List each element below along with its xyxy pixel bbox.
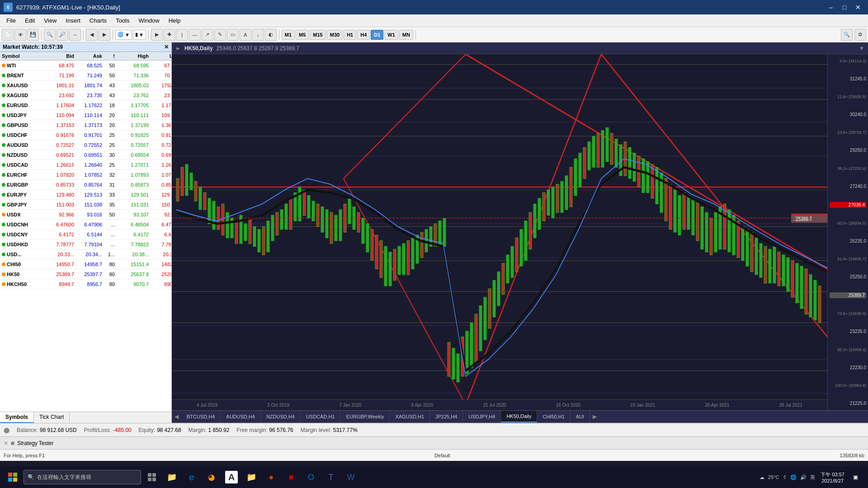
maximize-button[interactable]: □ <box>838 2 851 12</box>
menu-insert[interactable]: Insert <box>61 15 85 26</box>
strategy-close-icon[interactable]: ✕ <box>4 440 8 446</box>
market-watch-row[interactable]: HK50 25389.7 25397.7 80 25637.8 25287.9 <box>0 269 171 279</box>
text-tool[interactable]: A <box>240 29 251 41</box>
tf-m5[interactable]: M5 <box>296 30 309 40</box>
market-watch-row[interactable]: USDCNH 6.47600 6.47906 ... 6.48504 6.474… <box>0 220 171 230</box>
market-watch-row[interactable]: GBPUSD 1.37153 1.37173 20 1.37199 1.3679… <box>0 120 171 130</box>
chart-tab-scroll-right[interactable]: ▶ <box>590 412 599 422</box>
market-watch-row[interactable]: USDCAD 1.26615 1.26640 25 1.27071 1.2657… <box>0 160 171 170</box>
market-watch-row[interactable]: XAGUSD 23.692 23.735 43 23.762 23.524 <box>0 90 171 100</box>
market-watch-row[interactable]: USDHKD 7.78777 7.79104 ... 7.78822 7.785… <box>0 239 171 249</box>
taskbar-firefox[interactable]: ◕ <box>203 468 221 486</box>
market-watch-row[interactable]: EURCHF 1.07820 1.07852 32 1.07893 1.0773… <box>0 170 171 180</box>
taskbar-app2[interactable]: ■ <box>282 468 300 486</box>
chart-type-dropdown[interactable]: ▮ ▼ <box>133 30 146 40</box>
crosshair-tool[interactable]: ✚ <box>164 29 175 41</box>
chart-tab-jp225[interactable]: JP225,H4 <box>430 411 463 422</box>
tf-w1[interactable]: W1 <box>384 30 398 40</box>
start-button[interactable] <box>4 468 22 486</box>
pattern-tool[interactable]: ◐ <box>265 29 277 41</box>
chart-tab-audusd[interactable]: AUDUSD,H4 <box>221 411 261 422</box>
tf-h4[interactable]: H4 <box>357 30 370 40</box>
taskbar-explorer[interactable]: 📁 <box>163 468 181 486</box>
market-watch-row[interactable]: NZDUSD 0.69521 0.69551 30 0.69554 0.6931… <box>0 150 171 160</box>
menu-tools[interactable]: Tools <box>111 15 134 26</box>
color-scheme-dropdown[interactable]: 🌀 ▼ <box>115 30 132 40</box>
search-button[interactable]: 🔍 <box>841 29 853 41</box>
tab-symbols[interactable]: Symbols <box>0 412 34 423</box>
menu-view[interactable]: View <box>39 15 61 26</box>
tf-m30[interactable]: M30 <box>327 30 343 40</box>
arrow-tool[interactable]: ▶ <box>151 29 163 41</box>
market-watch-row[interactable]: EURGBP 0.85733 0.85764 31 0.85873 0.8568… <box>0 180 171 190</box>
svg-rect-43 <box>258 230 260 252</box>
market-watch-row[interactable]: WTI 68.475 68.525 50 68.595 67.368 <box>0 61 171 70</box>
market-watch-row[interactable]: USDCNY 6.4172 6.5144 ... 6.4172 6.4172 <box>0 230 171 239</box>
market-watch-row[interactable]: EURUSD 1.17604 1.17622 18 1.17705 1.1741… <box>0 100 171 110</box>
auto-scroll-button[interactable]: ↔ <box>69 29 81 41</box>
chart-canvas[interactable]: 27038.4 25389.7 0.0= (31114.3) 31245.0 1… <box>172 54 868 410</box>
taskbar-edge[interactable]: e <box>183 468 201 486</box>
vertical-line-tool[interactable]: | <box>176 29 188 41</box>
forward-button[interactable]: ▶ <box>99 29 110 41</box>
chart-tab-eurgbp[interactable]: EURGBP,Weekly <box>340 411 390 422</box>
menu-edit[interactable]: Edit <box>20 15 39 26</box>
menu-file[interactable]: File <box>2 15 20 26</box>
back-button[interactable]: ◀ <box>86 29 98 41</box>
tf-mn[interactable]: MN <box>399 30 413 40</box>
sym-name: GBPUSD <box>7 122 28 128</box>
taskbar-outlook[interactable]: O <box>302 468 320 486</box>
taskbar-app1[interactable]: ● <box>262 468 280 486</box>
trend-line-tool[interactable]: ↗ <box>202 29 213 41</box>
market-watch-row[interactable]: AUDUSD 0.72527 0.72552 25 0.72557 0.7221… <box>0 140 171 150</box>
menu-help[interactable]: Help <box>164 15 185 26</box>
market-watch-row[interactable]: GBPJPY 151.003 151.038 35 151.031 150.44… <box>0 200 171 210</box>
new-chart-button[interactable]: 📄 <box>2 29 14 41</box>
pencil-tool[interactable]: ✎ <box>214 29 226 41</box>
tf-m15[interactable]: M15 <box>310 30 326 40</box>
open-button[interactable]: 👁 <box>14 29 26 41</box>
chart-tab-usdcad[interactable]: USDCAD,H1 <box>301 411 341 422</box>
market-watch-row[interactable]: USDX 92.966 93.016 50 93.107 92.903 <box>0 210 171 220</box>
save-button[interactable]: 💾 <box>27 29 39 41</box>
chart-dropdown-icon[interactable]: ▼ <box>859 45 864 52</box>
taskbar-word[interactable]: W <box>342 468 360 486</box>
settings-button[interactable]: ⚙ <box>854 29 866 41</box>
minimize-button[interactable]: – <box>825 2 837 12</box>
chart-tab-aui[interactable]: AUI <box>571 411 590 422</box>
chart-tab-hk50[interactable]: HK50,Daily <box>501 411 537 422</box>
tf-h1[interactable]: H1 <box>344 30 356 40</box>
taskbar-notification[interactable]: ▣ <box>846 468 864 486</box>
chart-tab-chi50[interactable]: CHI50,H1 <box>537 411 570 422</box>
chart-tab-nzdusd[interactable]: NZDUSD,H4 <box>261 411 301 422</box>
market-watch-row[interactable]: HKCH50 8948.7 8956.7 80 9070.7 8900.2 <box>0 279 171 289</box>
fib-tool[interactable]: ↓ <box>252 29 264 41</box>
chart-tab-xagusd[interactable]: XAGUSD,H1 <box>390 411 430 422</box>
zoom-out-button[interactable]: 🔎 <box>57 29 68 41</box>
market-watch-row[interactable]: EURJPY 129.480 129.513 33 129.501 129.14… <box>0 190 171 200</box>
market-watch-close-icon[interactable]: ✕ <box>164 44 169 50</box>
market-watch-row[interactable]: CHI50 14950.7 14958.7 80 15151.4 14822.5 <box>0 259 171 269</box>
market-watch-row[interactable]: USDCHF 0.91676 0.91701 25 0.91825 0.9156… <box>0 130 171 140</box>
taskbar-taskview[interactable] <box>143 468 161 486</box>
zoom-in-button[interactable]: 🔍 <box>44 29 56 41</box>
chart-tab-scroll-left[interactable]: ◀ <box>172 412 181 422</box>
tf-d1[interactable]: D1 <box>371 30 383 40</box>
shape-tool[interactable]: ▭ <box>227 29 239 41</box>
tf-m1[interactable]: M1 <box>282 30 295 40</box>
market-watch-row[interactable]: USDJPY 110.094 110.114 20 110.111 109.87… <box>0 110 171 120</box>
market-watch-row[interactable]: XAUUSD 1801.31 1801.74 43 1805.02 1792.0… <box>0 80 171 90</box>
close-button[interactable]: ✕ <box>852 2 864 12</box>
chart-tab-btcusd[interactable]: BTCUSD,H4 <box>181 411 221 422</box>
chart-tab-usdjpy[interactable]: USDJPY,H4 <box>463 411 501 422</box>
taskbar-search[interactable]: 🔍 在這裡輸入文字來搜尋 <box>24 470 141 484</box>
tab-tick-chart[interactable]: Tick Chart <box>34 412 70 423</box>
menu-window[interactable]: Window <box>134 15 164 26</box>
taskbar-teams[interactable]: T <box>322 468 340 486</box>
horizontal-line-tool[interactable]: — <box>189 29 201 41</box>
taskbar-a[interactable]: A <box>222 468 241 486</box>
market-watch-row[interactable]: BRENT 71.199 71.249 50 71.336 70.174 <box>0 70 171 80</box>
market-watch-row[interactable]: USD... 20.33... 20.34... 1... 20.38... 2… <box>0 249 171 259</box>
taskbar-files[interactable]: 📁 <box>242 468 260 486</box>
menu-charts[interactable]: Charts <box>85 15 111 26</box>
